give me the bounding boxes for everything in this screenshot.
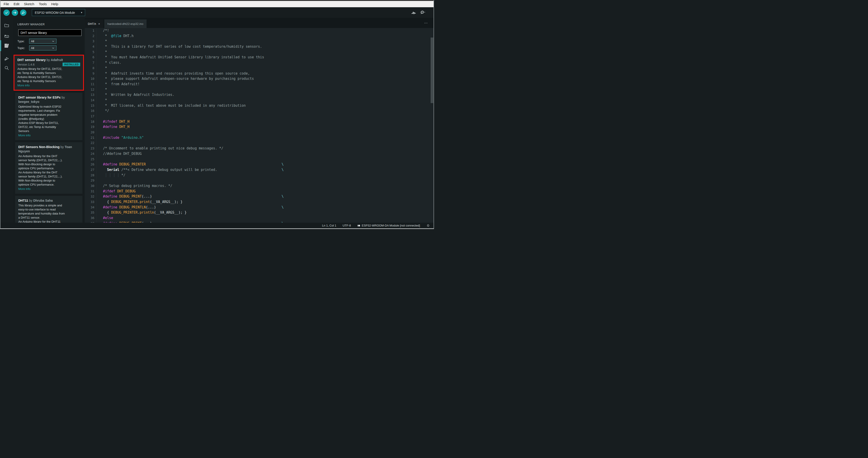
arrow-right-icon (13, 11, 17, 15)
menu-file[interactable]: File (1, 1, 11, 7)
serial-monitor-button[interactable] (419, 10, 425, 16)
line-number: 18 (85, 119, 96, 124)
cursor-position[interactable]: Ln 1, Col 1 (322, 224, 336, 227)
code-line: 31#ifdef DHT_DEBUG (85, 189, 434, 194)
sidebar-item-library-manager[interactable] (0, 42, 13, 50)
code-line: 24//#define DHT_DEBUG (85, 151, 434, 157)
library-entry[interactable]: DHT sensor library by AdafruitVersion 1.… (13, 55, 84, 91)
line-content: /* Setup debug printing macros. */ (96, 183, 434, 189)
line-content: * @file DHT.h (96, 33, 434, 39)
code-line: 25 (85, 157, 434, 162)
line-content (96, 114, 434, 119)
library-icon (4, 43, 10, 49)
more-info-link[interactable]: More info (18, 83, 80, 87)
check-icon (4, 11, 8, 15)
close-icon[interactable]: × (98, 22, 100, 26)
line-number: 2 (85, 33, 96, 39)
code-line: 2 * @file DHT.h (85, 33, 434, 39)
line-number: 9 (85, 71, 96, 77)
installed-badge: INSTALLED (63, 63, 80, 66)
library-entry[interactable]: DHT11 by Dhruba SahaThis library provide… (15, 196, 83, 223)
tab-hardcoded-dht22-esp32-ino[interactable]: hardcoded-dht22-esp32.ino (104, 20, 147, 28)
menu-tools[interactable]: Tools (37, 1, 49, 7)
line-number: 25 (85, 157, 96, 162)
verify-button[interactable] (3, 9, 10, 16)
code-lines: 1/*!2 * @file DHT.h3 *4 * This is a libr… (85, 28, 434, 223)
menu-edit[interactable]: Edit (11, 1, 22, 7)
more-info-link[interactable]: More info (18, 133, 79, 138)
line-content: * (96, 50, 434, 55)
filter-select-topic[interactable]: All (29, 46, 57, 50)
line-number: 23 (85, 146, 96, 151)
line-number: 32 (85, 194, 96, 199)
folder-icon (4, 23, 9, 28)
library-entry[interactable]: DHT sensor library for ESPx by beegee_to… (15, 93, 83, 140)
filter-row-topic: Topic:All (18, 46, 85, 50)
line-content: * Written by Adafruit Industries. (96, 92, 434, 98)
entry-title: DHT sensor library for ESPx by beegee_to… (18, 95, 79, 104)
code-line: 22 (85, 140, 434, 146)
menu-sketch[interactable]: Sketch (22, 1, 37, 7)
chevron-down-icon: ▾ (81, 11, 82, 14)
debug-button[interactable] (20, 9, 26, 16)
sidebar-item-search[interactable] (0, 64, 13, 71)
line-content (96, 140, 434, 146)
code-line: 26#define DEBUG_PRINTER\ (85, 162, 434, 167)
tab-dht-h[interactable]: DHT.h× (85, 20, 103, 28)
line-content: Serial /**< Define where debug output wi… (96, 167, 434, 173)
line-content (96, 178, 434, 183)
line-number: 31 (85, 189, 96, 194)
line-number: 14 (85, 98, 96, 103)
line-content: * You must have Adafruit Unified Sensor … (96, 55, 434, 60)
tab-overflow-button[interactable] (424, 21, 428, 25)
more-info-link[interactable]: More info (18, 187, 79, 191)
editor-scrollbar[interactable] (431, 37, 433, 103)
line-number: 16 (85, 108, 96, 114)
line-continuation-backslash: \ (282, 194, 284, 199)
code-line: 17 (85, 114, 434, 119)
code-editor[interactable]: 1/*!2 * @file DHT.h3 *4 * This is a libr… (85, 28, 434, 223)
line-content: * (96, 39, 434, 44)
serial-plotter-button[interactable] (411, 10, 416, 16)
menu-help[interactable]: Help (49, 1, 61, 7)
tab-label: hardcoded-dht22-esp32.ino (107, 22, 144, 26)
code-line: 23/* Uncomment to enable printing out ni… (85, 146, 434, 151)
library-manager-panel: LIBRARY MANAGER Type:AllTopic:All DHT se… (13, 18, 85, 223)
upload-button[interactable] (12, 9, 18, 16)
notifications-button[interactable] (426, 224, 430, 227)
sidebar-item-debug[interactable] (0, 55, 13, 62)
code-line: 37#define DEBUG_PRINT(...)\ (85, 221, 434, 223)
sidebar-item-boards-manager[interactable] (0, 32, 13, 40)
line-number: 20 (85, 130, 96, 135)
code-line: 18#ifndef DHT_H (85, 119, 434, 124)
code-line: 4 * This is a library for DHT series of … (85, 44, 434, 50)
plotter-icon (411, 10, 416, 16)
line-number: 5 (85, 50, 96, 55)
sidebar-item-sketchbook[interactable] (0, 22, 13, 29)
encoding-indicator[interactable]: UTF-8 (343, 224, 351, 227)
line-content: * please support Adafruit andopen-source… (96, 76, 434, 82)
select-value: All (31, 46, 52, 50)
line-content: │ │ │ │ */ (96, 173, 434, 178)
entry-title: DHT sensor library by Adafruit (18, 58, 80, 62)
library-search-input[interactable] (18, 29, 82, 36)
code-line: 20 (85, 130, 434, 135)
line-number: 24 (85, 151, 96, 157)
code-line: 7 * class. (85, 60, 434, 65)
library-entry[interactable]: DHT Sensors Non-Blocking by Toan NguyenA… (15, 142, 83, 194)
line-number: 33 (85, 199, 96, 205)
chip-icon (357, 224, 361, 227)
library-list: DHT sensor library by AdafruitVersion 1.… (13, 55, 85, 223)
filter-select-type[interactable]: All (29, 39, 57, 44)
debug-play-icon (21, 10, 26, 15)
board-status[interactable]: ESP32-WROOM-DA Module [not connected] (357, 224, 420, 227)
code-line: 21#include "Arduino.h" (85, 135, 434, 141)
line-content: #define DEBUG_PRINTLN(...)\ (96, 205, 434, 210)
status-bar: Ln 1, Col 1 UTF-8 ESP32-WROOM-DA Module … (0, 223, 434, 228)
line-number: 15 (85, 103, 96, 109)
line-content: { DEBUG_PRINTER.println(__VA_ARGS__); } (96, 210, 434, 216)
line-number: 6 (85, 55, 96, 60)
line-content: #define DEBUG_PRINTER\ (96, 162, 434, 167)
board-selector-dropdown[interactable]: ESP32-WROOM-DA Module ▾ (32, 9, 85, 16)
line-number: 28 (85, 173, 96, 178)
